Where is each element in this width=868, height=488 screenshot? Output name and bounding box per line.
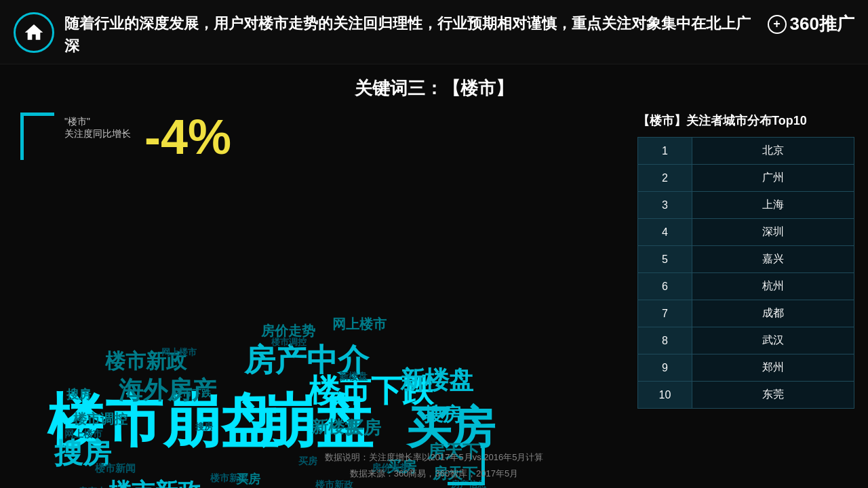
city-cell: 东莞	[692, 382, 854, 409]
logo-360: + 360推广	[768, 12, 854, 36]
table-row: 4深圳	[638, 219, 854, 246]
rank-cell: 9	[638, 354, 692, 382]
word-cloud-container: 楼市崩盘崩盘买房房产中介楼市下跌新楼盘海外房产搜房楼市新政楼市新政买房搜房房天下…	[14, 148, 624, 472]
table-row: 8武汉	[638, 327, 854, 354]
main-content: "楼市" 关注度同比增长 -4% 楼市崩盘崩盘买房房产中介楼市下跌新楼盘海外房产…	[0, 106, 868, 472]
city-cell: 嘉兴	[692, 246, 854, 273]
rank-cell: 3	[638, 192, 692, 219]
footer-line2: 数据来源：360商易，360智库，2017年5月	[0, 466, 868, 481]
city-cell: 北京	[692, 138, 854, 165]
word-cloud-word: 网上楼市	[332, 317, 387, 331]
right-panel: 【楼市】关注者城市分布Top10 1北京2广州3上海4深圳5嘉兴6杭州7成都8武…	[624, 106, 854, 472]
table-row: 7成都	[638, 300, 854, 327]
city-table: 1北京2广州3上海4深圳5嘉兴6杭州7成都8武汉9郑州10东莞	[637, 137, 854, 409]
word-cloud-word: 楼市调控	[271, 338, 307, 346]
city-cell: 深圳	[692, 219, 854, 246]
word-cloud-word: 搜房	[66, 388, 91, 401]
word-cloud-word: 网上楼市	[64, 429, 102, 439]
word-cloud-word: 楼市调控	[73, 412, 127, 426]
word-cloud: 楼市崩盘崩盘买房房产中介楼市下跌新楼盘海外房产搜房楼市新政楼市新政买房搜房房天下…	[14, 148, 624, 472]
header-title: 随着行业的深度发展，用户对楼市走势的关注回归理性，行业预期相对谨慎，重点关注对象…	[64, 12, 754, 57]
table-row: 10东莞	[638, 382, 854, 409]
word-cloud-word: 新楼盘	[400, 368, 473, 392]
table-title: 【楼市】关注者城市分布Top10	[637, 113, 854, 129]
city-cell: 广州	[692, 165, 854, 192]
rank-cell: 4	[638, 219, 692, 246]
word-cloud-word: 新楼盘	[312, 419, 361, 435]
city-cell: 成都	[692, 300, 854, 327]
word-cloud-word: 搜房	[195, 422, 213, 431]
left-panel: "楼市" 关注度同比增长 -4% 楼市崩盘崩盘买房房产中介楼市下跌新楼盘海外房产…	[14, 106, 624, 472]
word-cloud-word: 网上楼市	[161, 348, 197, 357]
city-cell: 郑州	[692, 354, 854, 382]
rank-cell: 5	[638, 246, 692, 273]
rank-cell: 8	[638, 327, 692, 354]
table-row: 6杭州	[638, 273, 854, 300]
plus-icon: +	[768, 15, 787, 34]
city-cell: 武汉	[692, 327, 854, 354]
growth-label-line1: "楼市"	[64, 116, 131, 128]
logo-text: 360推广	[790, 12, 854, 36]
home-icon	[14, 12, 54, 53]
footer: 数据说明：关注度增长率以2017年5月vs.2016年5月计算 数据来源：360…	[0, 449, 868, 481]
header: 随着行业的深度发展，用户对楼市走势的关注回归理性，行业预期相对谨慎，重点关注对象…	[0, 0, 868, 64]
word-cloud-word: 新楼盘	[339, 371, 368, 381]
rank-cell: 10	[638, 382, 692, 409]
growth-label-line2: 关注度同比增长	[64, 128, 131, 140]
table-row: 9郑州	[638, 354, 854, 382]
footer-line1: 数据说明：关注度增长率以2017年5月vs.2016年5月计算	[0, 449, 868, 465]
word-cloud-word: 搜房	[424, 405, 462, 424]
rank-cell: 7	[638, 300, 692, 327]
city-cell: 杭州	[692, 273, 854, 300]
keyword-title: 关键词三：【楼市】	[0, 64, 868, 106]
table-row: 2广州	[638, 165, 854, 192]
word-cloud-word: 楼市下跌	[173, 388, 211, 398]
table-row: 1北京	[638, 138, 854, 165]
table-row: 5嘉兴	[638, 246, 854, 273]
word-cloud-word: 房价走势	[261, 324, 315, 338]
city-cell: 上海	[692, 192, 854, 219]
rank-cell: 1	[638, 138, 692, 165]
rank-cell: 2	[638, 165, 692, 192]
rank-cell: 6	[638, 273, 692, 300]
table-row: 3上海	[638, 192, 854, 219]
